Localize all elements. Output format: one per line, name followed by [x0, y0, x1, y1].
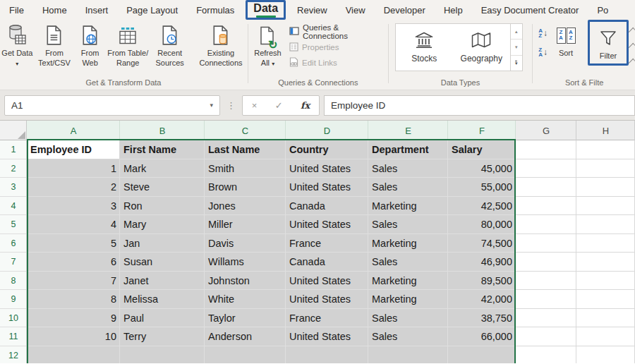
tab-view[interactable]: View: [337, 0, 375, 20]
cell-C9[interactable]: White: [205, 290, 286, 309]
row-header-2[interactable]: 2: [0, 159, 27, 178]
cell-G6[interactable]: [516, 234, 576, 253]
sort-descending-button[interactable]: ZA ↓: [538, 47, 548, 57]
sort-button[interactable]: ZA AZ Sort: [550, 20, 582, 59]
cell-B11[interactable]: Terry: [120, 327, 205, 346]
cell-B8[interactable]: Janet: [120, 272, 205, 291]
cell-H3[interactable]: [576, 178, 635, 197]
cell-G2[interactable]: [516, 159, 576, 178]
column-header-C[interactable]: C: [205, 121, 286, 140]
name-box-dropdown-icon[interactable]: ▾: [210, 102, 213, 109]
cell-C7[interactable]: Willams: [205, 253, 286, 272]
cell-F11[interactable]: 66,000: [448, 327, 516, 346]
cell-G4[interactable]: [516, 197, 576, 216]
row-header-4[interactable]: 4: [0, 197, 27, 216]
cell-D2[interactable]: United States: [286, 159, 368, 178]
cell-B9[interactable]: Melissa: [120, 290, 205, 309]
gallery-up-button[interactable]: ▴: [511, 24, 522, 40]
cell-F12[interactable]: [448, 346, 516, 364]
cell-F7[interactable]: 46,900: [448, 253, 516, 272]
cell-G1[interactable]: [516, 140, 576, 159]
cell-H9[interactable]: [576, 290, 635, 309]
cell-F4[interactable]: 42,500: [448, 197, 516, 216]
cell-C3[interactable]: Brown: [205, 178, 286, 197]
tab-clipped[interactable]: Po: [588, 0, 617, 20]
cell-E4[interactable]: Marketing: [368, 197, 448, 216]
cell-B2[interactable]: Mark: [120, 159, 205, 178]
cell-D9[interactable]: United States: [286, 290, 368, 309]
row-header-10[interactable]: 10: [0, 309, 27, 328]
column-header-B[interactable]: B: [120, 121, 205, 140]
cell-G9[interactable]: [516, 290, 576, 309]
cell-A11[interactable]: 10: [27, 327, 120, 346]
gallery-down-button[interactable]: ▾: [511, 40, 522, 55]
column-header-E[interactable]: E: [368, 121, 448, 140]
queries-connections-button[interactable]: Queries & Connections: [286, 24, 387, 40]
cell-D10[interactable]: France: [286, 309, 368, 328]
cell-C1[interactable]: Last Name: [205, 140, 286, 159]
recent-sources-button[interactable]: Recent Sources: [150, 20, 190, 68]
cell-E8[interactable]: Marketing: [368, 272, 448, 291]
cell-H8[interactable]: [576, 272, 635, 291]
from-text-csv-button[interactable]: From Text/CSV: [35, 20, 75, 68]
formula-input[interactable]: Employee ID: [324, 95, 635, 116]
cell-E11[interactable]: Sales: [368, 327, 448, 346]
cell-G8[interactable]: [516, 272, 576, 291]
cell-D5[interactable]: United States: [286, 215, 368, 234]
stocks-button[interactable]: Stocks: [396, 24, 453, 71]
row-header-11[interactable]: 11: [0, 327, 27, 346]
column-header-A[interactable]: A: [27, 121, 120, 140]
tab-formulas[interactable]: Formulas: [187, 0, 243, 20]
cell-H5[interactable]: [576, 215, 635, 234]
cell-D11[interactable]: United States: [286, 327, 368, 346]
sort-ascending-button[interactable]: AZ ↓: [538, 28, 548, 38]
cell-G3[interactable]: [516, 178, 576, 197]
cell-D6[interactable]: France: [286, 234, 368, 253]
tab-page-layout[interactable]: Page Layout: [117, 0, 187, 20]
cell-B10[interactable]: Paul: [120, 309, 205, 328]
cell-A8[interactable]: 7: [27, 272, 120, 291]
cancel-icon[interactable]: ×: [252, 100, 258, 111]
cell-E12[interactable]: [368, 346, 448, 364]
tab-review[interactable]: Review: [288, 0, 337, 20]
cell-E1[interactable]: Department: [368, 140, 448, 159]
cell-B5[interactable]: Mary: [120, 215, 205, 234]
from-table-range-button[interactable]: From Table/ Range: [106, 20, 150, 68]
row-header-1[interactable]: 1: [0, 140, 27, 159]
geography-button[interactable]: Geography: [453, 24, 510, 71]
cell-H1[interactable]: [576, 140, 635, 159]
cell-A10[interactable]: 9: [27, 309, 120, 328]
formula-bar-options-icon[interactable]: ⋮: [226, 100, 236, 111]
cell-B6[interactable]: Jan: [120, 234, 205, 253]
cell-H11[interactable]: [576, 327, 635, 346]
tab-help[interactable]: Help: [435, 0, 472, 20]
properties-button[interactable]: Properties: [286, 40, 387, 55]
cell-D12[interactable]: [286, 346, 368, 364]
cell-F10[interactable]: 38,750: [448, 309, 516, 328]
cell-A7[interactable]: 6: [27, 253, 120, 272]
row-header-3[interactable]: 3: [0, 178, 27, 197]
cell-F3[interactable]: 55,000: [448, 178, 516, 197]
cell-G5[interactable]: [516, 215, 576, 234]
cell-A6[interactable]: 5: [27, 234, 120, 253]
cell-H6[interactable]: [576, 234, 635, 253]
tab-file[interactable]: File: [0, 0, 33, 20]
cell-C8[interactable]: Johnston: [205, 272, 286, 291]
column-header-G[interactable]: G: [516, 121, 576, 140]
cell-G7[interactable]: [516, 253, 576, 272]
cell-C5[interactable]: Miller: [205, 215, 286, 234]
gallery-more-button[interactable]: ▾: [511, 56, 522, 71]
cell-E7[interactable]: Sales: [368, 253, 448, 272]
cell-F6[interactable]: 74,500: [448, 234, 516, 253]
cell-E10[interactable]: Sales: [368, 309, 448, 328]
cell-A3[interactable]: 2: [27, 178, 120, 197]
existing-connections-button[interactable]: Existing Connections: [195, 20, 247, 68]
tab-home[interactable]: Home: [33, 0, 76, 20]
row-header-6[interactable]: 6: [0, 234, 27, 253]
cell-E6[interactable]: Marketing: [368, 234, 448, 253]
cell-A5[interactable]: 4: [27, 215, 120, 234]
cell-A4[interactable]: 3: [27, 197, 120, 216]
cell-D1[interactable]: Country: [286, 140, 368, 159]
cell-H12[interactable]: [576, 346, 635, 364]
cell-A2[interactable]: 1: [27, 159, 120, 178]
